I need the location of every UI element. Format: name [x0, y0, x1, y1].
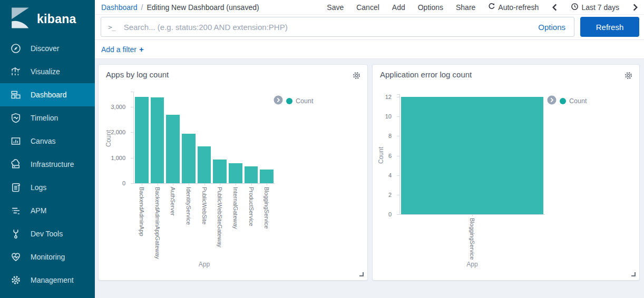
y-tick — [397, 156, 400, 156]
y-tick — [131, 132, 134, 133]
save-button[interactable]: Save — [327, 3, 344, 12]
legend-series-dot — [286, 98, 292, 104]
compass-icon — [10, 43, 22, 54]
search-box: >_ Options — [101, 17, 574, 37]
sidebar: kibana Discover Visualize Dashboard Time… — [0, 0, 95, 298]
x-axis-title: App — [199, 261, 210, 268]
y-tick-label: 3,000 — [99, 104, 125, 110]
sidebar-item-devtools[interactable]: Dev Tools — [0, 222, 95, 245]
cloud-server-icon — [10, 158, 22, 170]
breadcrumb-separator: / — [141, 3, 143, 12]
legend-series-label[interactable]: Count — [569, 97, 587, 105]
time-forward-chevron-icon[interactable] — [632, 4, 639, 11]
y-tick — [131, 107, 134, 107]
sidebar-item-discover[interactable]: Discover — [0, 37, 95, 60]
x-category-label: ProductService — [248, 187, 254, 226]
x-tick — [173, 183, 173, 185]
legend-expand-icon[interactable] — [547, 95, 557, 107]
x-category-label: IdentityService — [186, 187, 191, 225]
panel-resize-handle[interactable] — [359, 272, 364, 276]
query-prompt-icon: >_ — [108, 23, 115, 31]
sidebar-item-label: Management — [31, 276, 74, 284]
sidebar-item-logs[interactable]: Logs — [0, 176, 95, 199]
time-range-picker[interactable]: Last 7 days — [571, 3, 619, 12]
sidebar-item-visualize[interactable]: Visualize — [0, 60, 95, 83]
chart-icon — [10, 66, 22, 77]
bar[interactable] — [166, 115, 180, 183]
bar[interactable] — [260, 170, 274, 183]
y-tick — [131, 183, 134, 184]
y-tick-label: 12 — [373, 94, 392, 100]
bar[interactable] — [229, 163, 242, 183]
breadcrumb-current: Editing New Dashboard (unsaved) — [147, 3, 259, 12]
search-input[interactable] — [123, 22, 532, 32]
x-category-label: BloggingService — [469, 218, 475, 260]
y-axis-line — [133, 92, 134, 183]
x-tick — [204, 183, 205, 185]
sidebar-item-monitoring[interactable]: Monitoring — [0, 245, 95, 269]
y-axis-title: Count — [105, 130, 112, 147]
legend-series-dot — [560, 98, 566, 104]
bar[interactable] — [182, 134, 196, 183]
y-axis-end-tick — [397, 94, 400, 95]
bar[interactable] — [401, 97, 543, 214]
sidebar-item-management[interactable]: Management — [0, 269, 95, 292]
add-button[interactable]: Add — [392, 3, 405, 12]
sidebar-item-canvas[interactable]: Canvas — [0, 130, 95, 153]
x-tick — [236, 183, 236, 185]
bar[interactable] — [213, 160, 227, 183]
options-button[interactable]: Options — [418, 3, 443, 12]
x-axis-title: App — [466, 261, 477, 268]
sidebar-item-label: Canvas — [31, 137, 55, 145]
x-category-label: AuthServer — [170, 187, 175, 216]
time-back-chevron-icon[interactable] — [551, 4, 558, 11]
panel-resize-handle[interactable] — [631, 272, 636, 276]
breadcrumb-dashboard-link[interactable]: Dashboard — [101, 3, 138, 12]
x-category-label: BloggingService — [264, 187, 269, 229]
legend: Count — [274, 95, 313, 107]
y-axis-line — [399, 94, 400, 214]
cancel-button[interactable]: Cancel — [356, 3, 379, 12]
bar[interactable] — [135, 97, 149, 183]
legend: Count — [547, 95, 587, 107]
x-tick — [472, 214, 473, 216]
x-tick — [220, 183, 220, 185]
x-category-label: InternalGateway — [232, 187, 238, 229]
panel-application-error-log-count: Application error log count 024681012Blo… — [372, 64, 640, 281]
add-filter-link[interactable]: Add a filter — [101, 45, 136, 54]
bar[interactable] — [245, 166, 258, 183]
sidebar-item-label: Dashboard — [31, 91, 67, 99]
y-tick — [397, 214, 400, 215]
sidebar-item-infrastructure[interactable]: Infrastructure — [0, 153, 95, 176]
dashboard-grid: Apps by log count 01,0002,0003,000Backen… — [95, 59, 644, 298]
query-options-link[interactable]: Options — [538, 23, 565, 32]
sidebar-item-timelion[interactable]: Timelion — [0, 106, 95, 130]
y-tick-label: 8 — [373, 133, 392, 139]
query-bar-row: >_ Options Refresh — [95, 15, 644, 40]
bar[interactable] — [151, 97, 164, 183]
y-axis-title: Count — [377, 147, 385, 164]
scroll-icon — [10, 182, 22, 193]
x-category-label: PublicWebSiteGateway — [217, 187, 222, 247]
y-axis-end-tick — [131, 92, 134, 92]
filter-bar: Add a filter + — [95, 40, 644, 59]
kibana-logo[interactable]: kibana — [0, 0, 95, 37]
refresh-button[interactable]: Refresh — [580, 17, 639, 37]
sidebar-item-label: APM — [31, 206, 46, 215]
y-tick — [397, 116, 400, 117]
bar[interactable] — [198, 146, 211, 183]
auto-refresh-button[interactable]: Auto-refresh — [488, 3, 539, 12]
x-category-label: BackendAdminAppGateway — [154, 187, 160, 259]
legend-expand-icon[interactable] — [274, 95, 283, 107]
y-tick — [131, 158, 134, 158]
sidebar-item-apm[interactable]: APM — [0, 199, 95, 222]
sidebar-item-label: Dev Tools — [31, 230, 63, 238]
y-tick-label: 10 — [373, 113, 392, 120]
legend-series-label[interactable]: Count — [296, 97, 313, 105]
sidebar-item-dashboard[interactable]: Dashboard — [0, 83, 95, 106]
sidebar-item-label: Timelion — [31, 114, 58, 122]
y-tick-label: 1,000 — [99, 155, 125, 161]
refresh-cycle-icon — [488, 3, 495, 12]
share-button[interactable]: Share — [456, 3, 475, 12]
add-filter-plus-icon[interactable]: + — [139, 45, 144, 54]
